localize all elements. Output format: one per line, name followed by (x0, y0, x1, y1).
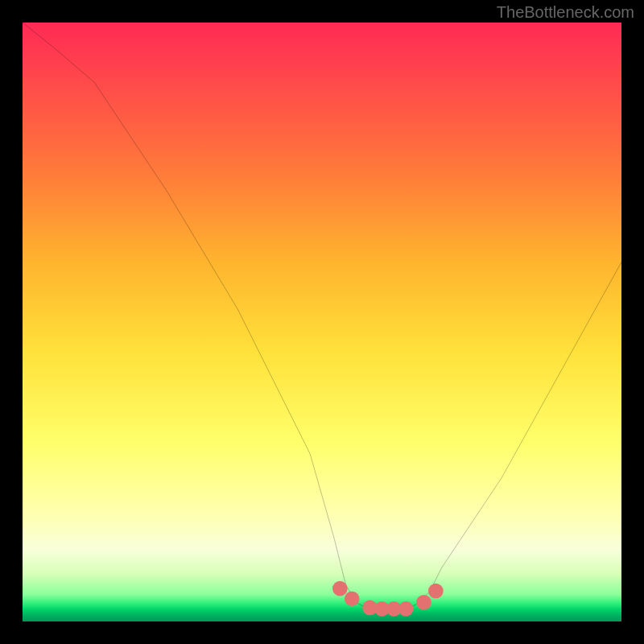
highlight-markers (332, 581, 444, 617)
highlight-marker (428, 584, 444, 599)
plot-area (23, 23, 621, 621)
bottleneck-curve (23, 23, 621, 613)
highlight-marker (345, 591, 360, 606)
highlight-marker (416, 595, 431, 610)
curve-svg (23, 23, 621, 621)
highlight-marker (398, 601, 414, 617)
watermark-text: TheBottleneck.com (497, 3, 634, 22)
highlight-marker (332, 581, 348, 597)
